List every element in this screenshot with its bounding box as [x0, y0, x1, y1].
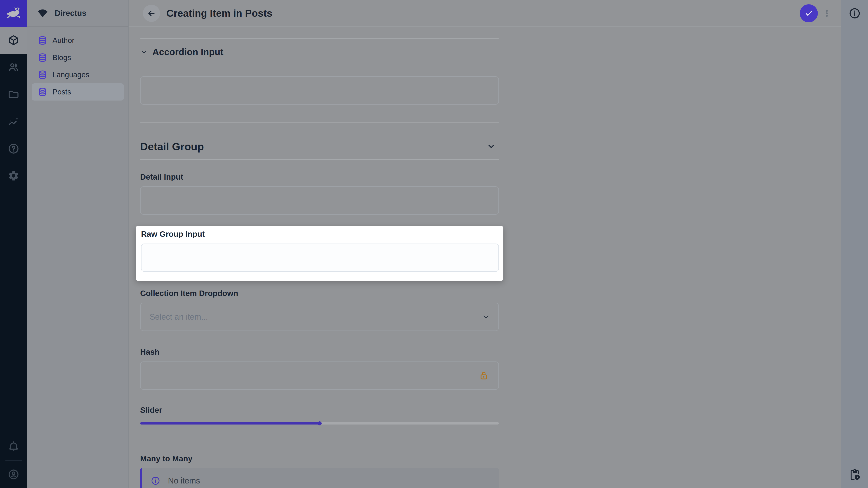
collections-nav: Author Blogs Languages — [27, 32, 128, 101]
detail-input-field[interactable] — [140, 186, 499, 215]
nav-item-label: Blogs — [53, 53, 71, 62]
database-icon — [37, 87, 48, 97]
revisions-clipboard-clock-icon — [848, 468, 861, 481]
module-content[interactable] — [0, 27, 27, 54]
detail-input-label: Detail Input — [140, 172, 499, 182]
nav-item-languages[interactable]: Languages — [32, 66, 124, 84]
database-icon — [37, 35, 48, 45]
hash-field[interactable] — [140, 361, 499, 390]
detail-group-label: Detail Group — [140, 140, 204, 153]
collection-item-dropdown-select[interactable]: Select an item... — [140, 303, 499, 331]
chevron-down-icon — [482, 313, 490, 321]
notifications-button[interactable] — [0, 433, 27, 460]
many-to-many-empty-box: No items — [140, 468, 499, 488]
hash-label: Hash — [140, 348, 499, 357]
module-bar-spacer — [0, 189, 27, 433]
revisions-button[interactable] — [841, 461, 868, 488]
directus-logo-button[interactable] — [0, 0, 27, 27]
nav-item-label: Languages — [53, 70, 89, 79]
nav-item-author[interactable]: Author — [32, 32, 124, 49]
slider-control[interactable] — [140, 419, 499, 428]
select-placeholder: Select an item... — [150, 312, 208, 322]
settings-gear-icon — [8, 170, 20, 182]
info-button[interactable] — [841, 0, 868, 27]
empty-state: No items — [140, 468, 200, 488]
raw-group-input-field[interactable] — [141, 243, 499, 272]
module-files[interactable] — [0, 81, 27, 108]
raw-group-input-card: Raw Group Input — [135, 226, 503, 281]
nav-item-label: Author — [53, 36, 74, 45]
accordion-input-label: Accordion Input — [152, 47, 223, 57]
project-chooser[interactable]: Directus — [27, 0, 128, 27]
main-area: Creating Item in Posts A — [129, 0, 841, 488]
navigation-sidebar: Directus Author Blogs — [27, 0, 129, 488]
many-to-many-label: Many to Many — [140, 454, 499, 463]
lock-open-icon — [478, 370, 489, 381]
nav-item-label: Posts — [53, 88, 71, 96]
more-options-button[interactable] — [821, 4, 833, 22]
empty-state-text: No items — [168, 476, 200, 486]
collection-item-dropdown-label: Collection Item Dropdown — [140, 289, 499, 298]
module-insights[interactable] — [0, 108, 27, 135]
rabbit-logo-icon — [5, 6, 22, 21]
nav-item-blogs[interactable]: Blogs — [32, 49, 124, 66]
info-circle-icon — [848, 7, 861, 20]
detail-group-header[interactable]: Detail Group — [140, 138, 499, 154]
accordion-input-header[interactable]: Accordion Input — [140, 45, 499, 59]
section-divider — [140, 38, 499, 39]
info-circle-icon — [151, 476, 160, 486]
database-icon — [37, 53, 48, 63]
section-divider — [140, 123, 499, 123]
bell-notifications-icon — [8, 441, 20, 453]
check-icon — [804, 9, 813, 18]
chevron-down-icon — [487, 142, 496, 151]
raw-group-input-label: Raw Group Input — [141, 230, 499, 238]
page-header: Creating Item in Posts — [129, 0, 841, 27]
accordion-input-field[interactable] — [140, 76, 499, 105]
module-settings[interactable] — [0, 162, 27, 189]
back-button[interactable] — [143, 5, 160, 22]
account-avatar-icon — [8, 468, 20, 480]
app-root: Directus Author Blogs — [0, 0, 868, 488]
right-sidebar — [841, 0, 868, 488]
module-users[interactable] — [0, 54, 27, 81]
users-icon — [8, 61, 20, 73]
cube-content-icon — [8, 34, 20, 46]
item-form: Accordion Input Detail Group Detail Inpu… — [129, 27, 841, 488]
help-question-icon — [8, 143, 20, 155]
module-bar — [0, 0, 27, 488]
project-name: Directus — [55, 8, 86, 18]
slider-handle[interactable] — [318, 421, 322, 425]
accent-left-border — [140, 468, 142, 488]
account-button[interactable] — [0, 461, 27, 488]
chevron-down-icon — [140, 48, 148, 56]
project-icon — [37, 8, 49, 18]
folder-files-icon — [8, 89, 20, 100]
slider-fill — [140, 422, 320, 424]
section-divider — [140, 159, 499, 160]
insights-trend-icon — [8, 116, 20, 127]
nav-item-posts[interactable]: Posts — [32, 84, 124, 101]
save-button[interactable] — [800, 4, 818, 22]
database-icon — [37, 70, 48, 80]
more-vertical-icon — [822, 8, 832, 18]
back-arrow-icon — [147, 9, 156, 18]
slider-label: Slider — [140, 405, 499, 415]
page-title: Creating Item in Posts — [166, 8, 272, 19]
module-docs[interactable] — [0, 135, 27, 162]
